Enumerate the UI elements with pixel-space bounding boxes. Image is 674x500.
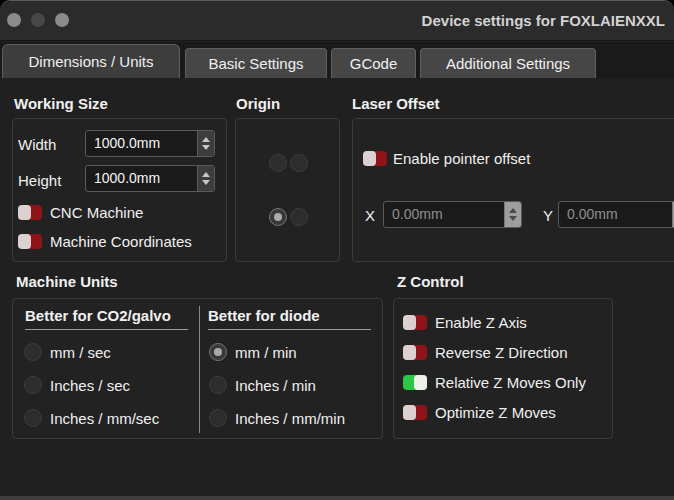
radio-label: mm / min <box>235 344 297 361</box>
reverse-z-direction-label: Reverse Z Direction <box>435 344 568 361</box>
machine-coordinates-toggle[interactable] <box>18 234 42 249</box>
tab-dimensions-units[interactable]: Dimensions / Units <box>2 44 180 78</box>
origin-radio-bottom-left[interactable] <box>269 208 287 226</box>
diode-heading: Better for diode <box>208 307 320 324</box>
minimize-button[interactable] <box>31 13 45 27</box>
enable-pointer-offset-toggle[interactable] <box>363 151 387 166</box>
window-bottom-edge <box>0 496 674 500</box>
laser-offset-group <box>352 118 674 262</box>
title-bar: Device settings for FOXLAIENXXL <box>0 1 674 41</box>
radio-button <box>209 343 227 361</box>
cnc-machine-label: CNC Machine <box>50 204 143 221</box>
tab-bar: Dimensions / Units Basic Settings GCode … <box>0 42 674 78</box>
tab-gcode[interactable]: GCode <box>331 48 416 78</box>
optimize-z-moves-toggle[interactable] <box>403 405 427 420</box>
tab-additional-settings[interactable]: Additional Settings <box>420 48 596 78</box>
relative-z-moves-toggle[interactable] <box>403 375 427 390</box>
width-value[interactable]: 1000.0mm <box>86 131 197 156</box>
enable-pointer-offset-label: Enable pointer offset <box>393 150 530 167</box>
cnc-machine-toggle[interactable] <box>18 205 42 220</box>
spinner-down-icon[interactable] <box>202 180 210 185</box>
spinner-up-icon[interactable] <box>202 137 210 142</box>
machine-units-title: Machine Units <box>16 273 118 290</box>
working-size-title: Working Size <box>14 95 108 112</box>
radio-label: Inches / sec <box>50 377 130 394</box>
co2-galvo-underline <box>25 329 188 330</box>
origin-radio-top-left[interactable] <box>269 154 287 172</box>
offset-x-value[interactable]: 0.00mm <box>384 202 504 227</box>
enable-z-axis-toggle[interactable] <box>403 315 427 330</box>
origin-title: Origin <box>236 95 280 112</box>
height-label: Height <box>18 172 61 189</box>
offset-x-label: X <box>365 207 375 224</box>
offset-x-spin-buttons[interactable] <box>504 202 521 227</box>
window-title: Device settings for FOXLAIENXXL <box>422 1 665 41</box>
height-value[interactable]: 1000.0mm <box>86 166 197 191</box>
radio-button <box>24 343 42 361</box>
relative-z-moves-label: Relative Z Moves Only <box>435 374 586 391</box>
z-control-title: Z Control <box>397 273 464 290</box>
radio-button <box>24 376 42 394</box>
height-spinbox[interactable]: 1000.0mm <box>85 165 215 192</box>
co2-galvo-heading: Better for CO2/galvo <box>25 307 171 324</box>
machine-coordinates-label: Machine Coordinates <box>50 233 192 250</box>
laser-offset-title: Laser Offset <box>352 95 440 112</box>
width-label: Width <box>18 136 56 153</box>
radio-button <box>209 376 227 394</box>
close-button[interactable] <box>7 13 21 27</box>
spinner-up-icon[interactable] <box>202 172 210 177</box>
width-spin-buttons[interactable] <box>197 131 214 156</box>
offset-y-value[interactable]: 0.00mm <box>559 202 672 227</box>
reverse-z-direction-toggle[interactable] <box>403 345 427 360</box>
offset-y-spinbox[interactable]: 0.00mm <box>558 201 674 228</box>
radio-label: Inches / mm/sec <box>50 410 159 427</box>
dimensions-units-panel: Working Size Width 1000.0mm Height 1000.… <box>0 78 674 497</box>
origin-radio-top-right[interactable] <box>290 154 308 172</box>
radio-button <box>24 409 42 427</box>
offset-y-label: Y <box>543 207 553 224</box>
diode-underline <box>208 329 371 330</box>
zoom-button[interactable] <box>55 13 69 27</box>
width-spinbox[interactable]: 1000.0mm <box>85 130 215 157</box>
spinner-down-icon[interactable] <box>509 216 517 221</box>
height-spin-buttons[interactable] <box>197 166 214 191</box>
spinner-up-icon[interactable] <box>509 208 517 213</box>
column-divider <box>199 306 200 433</box>
optimize-z-moves-label: Optimize Z Moves <box>435 404 556 421</box>
radio-label: Inches / min <box>235 377 316 394</box>
radio-label: mm / sec <box>50 344 111 361</box>
offset-x-spinbox[interactable]: 0.00mm <box>383 201 522 228</box>
enable-z-axis-label: Enable Z Axis <box>435 314 527 331</box>
origin-radio-bottom-right[interactable] <box>290 208 308 226</box>
origin-group <box>235 118 340 262</box>
spinner-down-icon[interactable] <box>202 145 210 150</box>
radio-button <box>209 409 227 427</box>
device-settings-window: Device settings for FOXLAIENXXL Dimensio… <box>0 0 674 500</box>
radio-label: Inches / mm/min <box>235 410 345 427</box>
tab-basic-settings[interactable]: Basic Settings <box>185 48 327 78</box>
